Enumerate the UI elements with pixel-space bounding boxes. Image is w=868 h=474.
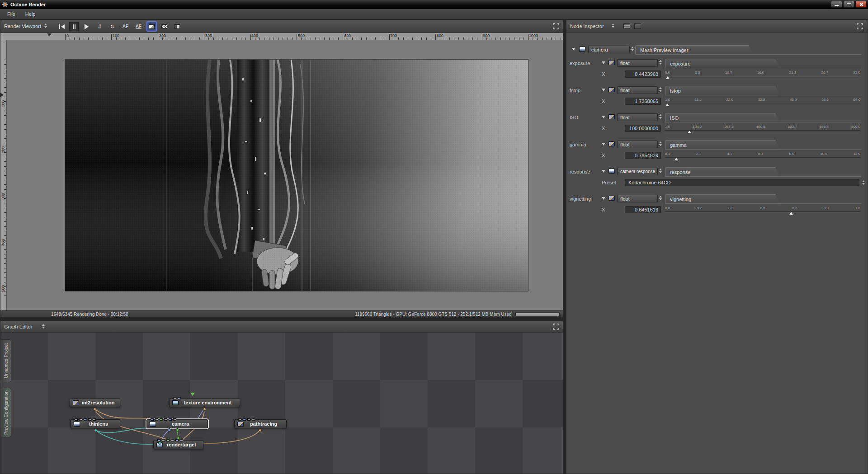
fullscreen-icon[interactable]: [553, 23, 559, 30]
input-connector[interactable]: [158, 441, 161, 445]
slider-track: [665, 103, 860, 103]
value-input[interactable]: 0.6451613: [625, 206, 661, 213]
layout-list-icon[interactable]: [623, 23, 630, 29]
output-connector[interactable]: [168, 428, 171, 432]
graph-node-texture-environment[interactable]: texture environment: [169, 398, 240, 407]
graph-node-thinlens[interactable]: thinlens: [71, 419, 120, 428]
fstop-slider[interactable]: 1.011.522.032.543.053.564.0: [665, 98, 860, 107]
type-spinner[interactable]: [659, 141, 662, 146]
node-type-select[interactable]: float: [617, 59, 658, 67]
fullscreen-icon[interactable]: [857, 23, 863, 30]
collapse-arrow-icon[interactable]: [602, 197, 605, 200]
iso-slider[interactable]: 1.0134.2267.3400.5533.7666.8800.0: [665, 125, 860, 134]
ruler-label: 1000: [529, 33, 538, 38]
type-spinner[interactable]: [659, 60, 662, 65]
refresh-button[interactable]: ↻: [108, 22, 117, 31]
image-mode-button[interactable]: [147, 22, 156, 31]
type-spinner[interactable]: [659, 169, 662, 173]
close-button[interactable]: [855, 1, 867, 8]
param-tab[interactable]: response: [665, 167, 780, 177]
vignetting-slider[interactable]: 0.00.20.30.50.70.81.0: [665, 206, 860, 215]
inspector-spinner[interactable]: [612, 23, 614, 28]
octane-render-window: Octane Render File Help Render Viewport …: [0, 0, 868, 474]
alpha-mode-button[interactable]: [160, 22, 169, 31]
wire-thinlens-camera[interactable]: [95, 428, 147, 433]
preset-select[interactable]: Kodachrome 64CD: [625, 179, 859, 186]
node-pins[interactable]: [238, 418, 255, 421]
collapse-arrow-icon[interactable]: [602, 61, 605, 64]
output-connector[interactable]: [93, 408, 96, 411]
fullscreen-icon[interactable]: [553, 324, 559, 331]
output-connector[interactable]: [176, 428, 179, 432]
autofocus-button[interactable]: AF: [121, 22, 130, 31]
type-spinner[interactable]: [659, 87, 662, 92]
grid-toggle-button[interactable]: #: [95, 22, 104, 31]
tick-labels: 1.011.522.032.543.053.564.0: [665, 98, 860, 102]
menu-help[interactable]: Help: [21, 10, 40, 18]
value-input[interactable]: 0.7854839: [625, 152, 661, 159]
graph-node-pathtracing[interactable]: pathtracing: [234, 419, 287, 428]
slider-marker[interactable]: [789, 212, 793, 215]
node-selector-spinner[interactable]: [631, 47, 634, 51]
graph-node-camera[interactable]: camera: [146, 419, 208, 428]
node-type-select[interactable]: float: [617, 113, 658, 121]
slider-marker[interactable]: [665, 103, 669, 106]
param-tab[interactable]: vignetting: [665, 194, 780, 204]
node-graph-canvas[interactable]: Unnamed Project Preview Configuration in…: [0, 333, 563, 474]
float-node-icon: [609, 141, 615, 146]
output-connector[interactable]: [94, 429, 97, 432]
type-spinner[interactable]: [659, 196, 662, 200]
graph-spinner[interactable]: [42, 324, 45, 329]
tab-unnamed-project[interactable]: Unnamed Project: [1, 339, 11, 382]
node-pins[interactable]: [157, 439, 183, 441]
node-pins[interactable]: [151, 418, 176, 421]
tab-preview-configuration[interactable]: Preview Configuration: [1, 388, 11, 437]
slider-marker[interactable]: [688, 131, 691, 133]
collapse-arrow-icon[interactable]: [572, 48, 576, 51]
collapse-arrow-icon[interactable]: [602, 143, 605, 145]
restart-render-button[interactable]: [57, 22, 66, 31]
start-render-button[interactable]: [82, 22, 91, 31]
viewport-spinner[interactable]: [44, 23, 47, 28]
title-bar[interactable]: Octane Render: [0, 0, 868, 9]
exposure-slider[interactable]: 0.05.310.716.021.326.732.0: [665, 70, 860, 80]
param-tab[interactable]: ISO: [665, 113, 780, 122]
param-tab[interactable]: exposure: [665, 59, 780, 68]
param-tab[interactable]: gamma: [665, 140, 780, 150]
preset-spinner[interactable]: [862, 180, 865, 185]
node-pins[interactable]: [75, 418, 96, 421]
collapse-arrow-icon[interactable]: [602, 89, 605, 91]
output-connector[interactable]: [259, 429, 262, 432]
param-group-response: response camera response response Preset…: [566, 167, 868, 192]
autofocus-lock-button[interactable]: AF: [134, 22, 143, 31]
slider-marker[interactable]: [666, 76, 670, 79]
gamma-slider[interactable]: 0.12.14.16.18.010.012.0: [665, 152, 860, 161]
value-input[interactable]: 1.7258065: [625, 98, 661, 105]
collapse-arrow-icon[interactable]: [602, 116, 605, 118]
split-mode-button[interactable]: [172, 22, 182, 31]
slider-marker[interactable]: [675, 158, 678, 160]
layout-panel-icon[interactable]: [634, 23, 641, 29]
node-icon: [237, 422, 244, 427]
value-input[interactable]: 0.4423963: [625, 70, 661, 78]
menu-file[interactable]: File: [3, 10, 20, 18]
viewport-canvas[interactable]: 100 200 300 400 500: [0, 40, 563, 311]
node-type-select[interactable]: float: [617, 141, 658, 148]
tab-mesh-preview-imager[interactable]: Mesh Preview Imager: [635, 45, 754, 55]
node-type-select[interactable]: float: [617, 195, 658, 202]
node-type-select[interactable]: float: [617, 86, 658, 94]
node-type-select[interactable]: camera response: [617, 168, 658, 175]
value-input[interactable]: 100.0000000: [625, 125, 661, 132]
collapse-arrow-icon[interactable]: [602, 170, 605, 173]
pause-render-button[interactable]: [69, 22, 79, 31]
input-connector[interactable]: [177, 436, 180, 440]
output-connector[interactable]: [203, 408, 206, 411]
param-tab[interactable]: fstop: [665, 86, 780, 95]
node-selector[interactable]: camera: [588, 46, 630, 53]
node-pins[interactable]: [173, 397, 181, 399]
type-spinner[interactable]: [659, 114, 662, 119]
wire-int2resolution-camera[interactable]: [94, 409, 154, 419]
minimize-button[interactable]: [831, 1, 842, 8]
maximize-button[interactable]: [843, 1, 854, 8]
graph-node-int2resolution[interactable]: int2resolution: [70, 398, 120, 407]
